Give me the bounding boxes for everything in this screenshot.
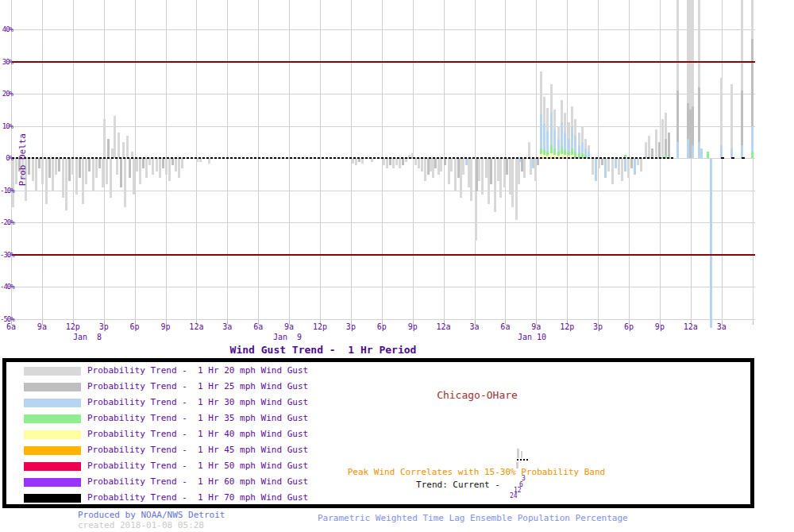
horizontal-gridline xyxy=(12,29,755,30)
data-bar xyxy=(624,159,626,172)
legend-label: Probability Trend - 1 Hr 30 mph Wind Gus… xyxy=(87,397,308,407)
data-bar xyxy=(116,159,118,175)
data-bar xyxy=(126,136,129,158)
data-bar xyxy=(481,159,484,195)
mini-trend-bar xyxy=(521,451,522,458)
data-bar xyxy=(611,159,614,184)
data-bar xyxy=(159,159,161,178)
data-bar xyxy=(41,159,44,184)
data-bar xyxy=(85,159,87,184)
data-bar xyxy=(199,159,202,162)
data-bar xyxy=(707,152,709,158)
legend-swatch-o45 xyxy=(24,446,81,455)
data-bar xyxy=(28,159,30,175)
mini-trend-bar xyxy=(517,449,519,458)
data-bar xyxy=(710,159,712,328)
horizontal-gridline xyxy=(12,287,755,287)
vertical-gridline xyxy=(722,0,723,319)
data-bar xyxy=(692,145,694,158)
legend-box: Probability Trend - 1 Hr 20 mph Wind Gus… xyxy=(2,358,754,508)
data-bar xyxy=(124,159,126,207)
data-bar xyxy=(389,159,391,165)
footer-produced-by: Produced by NOAA/NWS Detroit xyxy=(78,510,225,520)
prob-delta-bar-chart: Prob Delta 50%40%30%20%10%0%-10%-20%-30%… xyxy=(0,0,794,357)
data-bar xyxy=(139,159,141,184)
x-tick-label: 12a xyxy=(432,322,456,331)
vertical-gridline xyxy=(227,0,228,319)
data-bar xyxy=(352,159,354,164)
trend-period-number: 24 xyxy=(510,492,518,499)
x-tick-label: 3a xyxy=(463,322,487,331)
legend-swatch-k70 xyxy=(24,494,81,503)
data-bar xyxy=(676,142,679,158)
x-tick-label: 9a xyxy=(524,322,548,331)
y-tick-label: -40% xyxy=(0,283,13,291)
data-bar xyxy=(627,159,630,178)
data-bar xyxy=(361,159,364,164)
data-bar xyxy=(386,159,388,168)
y-tick-label: -50% xyxy=(0,315,13,323)
data-bar xyxy=(75,159,78,195)
data-bar xyxy=(38,159,40,168)
y-axis-title: Prob Delta xyxy=(17,133,28,186)
y-tick-label: 50% xyxy=(0,0,13,2)
data-bar xyxy=(383,159,385,165)
legend-swatch-g35 xyxy=(24,414,81,423)
x-tick-label: 3p xyxy=(339,322,363,331)
x-tick-label: 6p xyxy=(123,322,147,331)
horizontal-gridline xyxy=(12,126,755,127)
data-bar xyxy=(122,142,125,158)
y-tick-label: 10% xyxy=(0,122,13,130)
y-tick-label: 40% xyxy=(0,25,13,33)
data-bar xyxy=(523,159,526,178)
data-bar xyxy=(102,159,104,187)
data-bar xyxy=(640,159,642,172)
x-tick-label: 6a xyxy=(493,322,517,331)
data-bar xyxy=(604,159,607,178)
data-bar xyxy=(32,159,34,181)
horizontal-gridline xyxy=(12,222,755,223)
legend-label: Probability Trend - 1 Hr 40 mph Wind Gus… xyxy=(87,429,308,439)
data-bar xyxy=(371,159,373,162)
data-bar xyxy=(607,159,610,172)
data-bar xyxy=(165,159,168,175)
x-tick-label: 6a xyxy=(246,322,270,331)
data-bar xyxy=(45,159,48,204)
legend-swatch-p60 xyxy=(24,478,81,487)
data-bar xyxy=(172,159,174,165)
data-bar xyxy=(658,142,661,158)
zero-line-dash xyxy=(721,157,724,159)
data-bar xyxy=(92,159,94,191)
data-bar xyxy=(528,142,530,158)
data-bar xyxy=(414,159,417,165)
data-bar xyxy=(129,159,131,178)
data-bar xyxy=(405,159,407,162)
data-bar xyxy=(615,159,617,168)
data-bar xyxy=(145,159,148,178)
legend-swatch-g20 xyxy=(24,367,81,376)
horizontal-gridline xyxy=(12,319,755,320)
data-bar xyxy=(634,159,636,175)
x-tick-label: 12p xyxy=(555,322,579,331)
vertical-gridline xyxy=(567,0,568,319)
data-bar xyxy=(35,159,37,191)
zero-line xyxy=(12,157,673,159)
x-tick-label: 6p xyxy=(370,322,394,331)
data-bar xyxy=(162,159,164,168)
vertical-gridline xyxy=(320,0,321,319)
data-bar xyxy=(450,159,453,172)
data-bar xyxy=(358,159,360,162)
mini-trend-dot xyxy=(526,459,528,461)
data-bar xyxy=(751,152,754,158)
data-bar xyxy=(645,142,647,158)
footer-method-caption: Parametric Weighted Time Lag Ensemble Po… xyxy=(318,513,628,523)
x-tick-label: 9a xyxy=(277,322,301,331)
data-bar xyxy=(55,159,57,175)
data-bar xyxy=(470,159,472,201)
x-tick-mark xyxy=(753,319,754,325)
data-bar xyxy=(418,159,420,168)
data-bar xyxy=(630,159,633,168)
data-bar xyxy=(58,159,60,172)
data-bar xyxy=(444,159,446,165)
horizontal-gridline xyxy=(12,94,755,94)
